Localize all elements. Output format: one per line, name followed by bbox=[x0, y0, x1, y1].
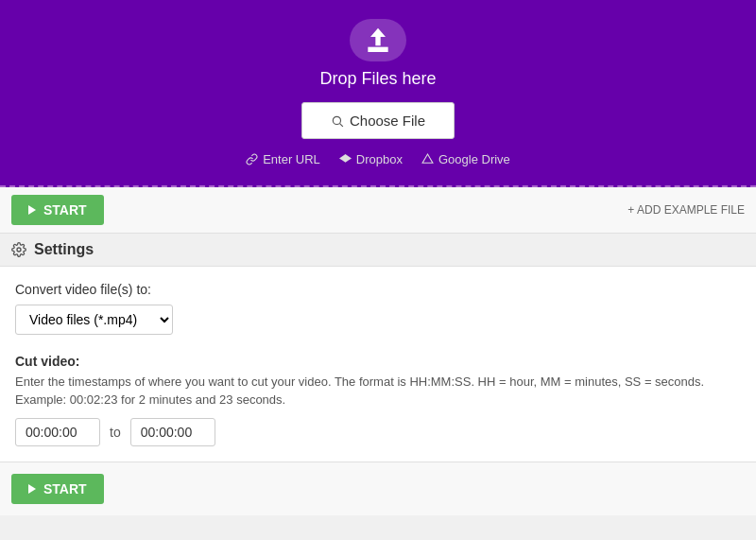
cut-to-input[interactable] bbox=[130, 418, 215, 446]
bottom-toolbar: START bbox=[0, 462, 756, 515]
link-icon bbox=[246, 153, 258, 165]
cut-video-section: Cut video: Enter the timestamps of where… bbox=[15, 354, 741, 446]
svg-point-3 bbox=[17, 248, 21, 252]
to-label: to bbox=[110, 425, 121, 440]
settings-section: Settings Convert video file(s) to: Video… bbox=[0, 234, 756, 462]
top-toolbar: START + ADD EXAMPLE FILE bbox=[0, 187, 756, 234]
cut-from-input[interactable] bbox=[15, 418, 100, 446]
google-drive-link[interactable]: Google Drive bbox=[421, 152, 510, 166]
cut-video-desc: Enter the timestamps of where you want t… bbox=[15, 375, 741, 389]
dropbox-icon bbox=[339, 153, 352, 165]
svg-marker-2 bbox=[422, 154, 433, 163]
drop-text: Drop Files here bbox=[319, 69, 436, 89]
chevron-icon-top bbox=[28, 205, 36, 215]
choose-file-button[interactable]: Choose File bbox=[301, 102, 455, 139]
convert-label: Convert video file(s) to: bbox=[15, 282, 741, 297]
cut-video-label: Cut video: bbox=[15, 354, 741, 369]
link-options: Enter URL Dropbox Google Drive bbox=[246, 152, 510, 166]
settings-header: Settings bbox=[0, 234, 756, 267]
start-button-top[interactable]: START bbox=[11, 195, 104, 225]
upload-arrow-icon bbox=[363, 26, 393, 56]
google-drive-icon bbox=[421, 153, 434, 165]
settings-title: Settings bbox=[34, 241, 94, 258]
add-example-link[interactable]: + ADD EXAMPLE FILE bbox=[627, 203, 745, 217]
gear-icon bbox=[11, 242, 26, 257]
dropbox-link[interactable]: Dropbox bbox=[339, 152, 403, 166]
cut-video-example: Example: 00:02:23 for 2 minutes and 23 s… bbox=[15, 392, 741, 407]
svg-line-1 bbox=[340, 123, 343, 126]
enter-url-link[interactable]: Enter URL bbox=[246, 152, 320, 166]
upload-icon bbox=[350, 19, 406, 61]
svg-point-0 bbox=[333, 116, 340, 124]
search-icon bbox=[331, 114, 344, 128]
chevron-icon-bottom bbox=[28, 484, 36, 494]
format-select[interactable]: Video files (*.mp4) Video files (*.avi) … bbox=[15, 305, 173, 335]
start-button-bottom[interactable]: START bbox=[11, 474, 104, 504]
drop-zone[interactable]: Drop Files here Choose File Enter URL Dr… bbox=[0, 0, 756, 187]
time-inputs: to bbox=[15, 418, 741, 446]
